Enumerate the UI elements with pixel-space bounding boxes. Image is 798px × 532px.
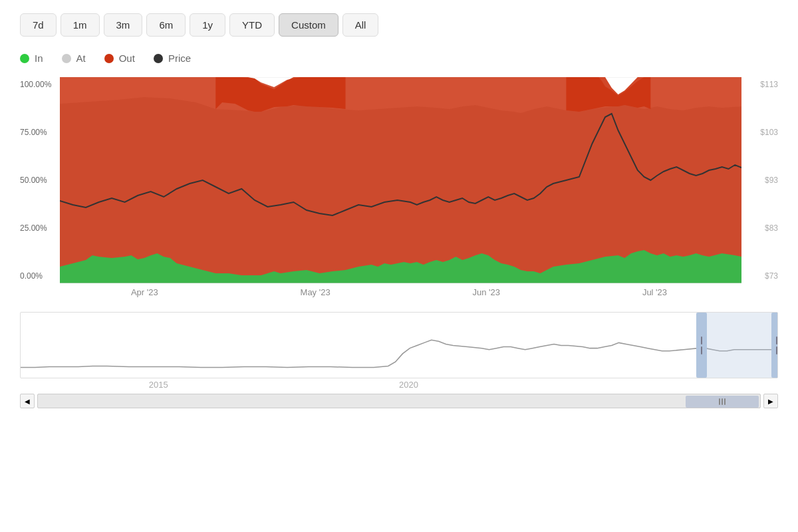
y-label-right-113: $113 [745,80,778,89]
x-label-may: May '23 [301,287,331,297]
legend-dot-at [62,54,71,63]
x-label-apr: Apr '23 [131,287,158,297]
navigator-svg [21,313,777,378]
y-label-right-103: $103 [745,128,778,137]
btn-1m[interactable]: 1m [61,13,100,37]
btn-3m[interactable]: 3m [104,13,143,37]
scroll-thumb[interactable] [686,396,759,408]
legend-dot-out [104,54,114,63]
scroll-track[interactable] [37,394,761,408]
scroll-thumb-line-3 [724,398,726,405]
nav-label-2020: 2020 [399,380,418,390]
scroll-thumb-line-2 [722,398,723,405]
navigator-chart[interactable] [20,312,778,378]
nav-label-2015: 2015 [149,380,168,390]
nav-x-axis: 2015 2020 [20,378,778,391]
btn-6m[interactable]: 6m [146,13,186,37]
legend-in: In [20,53,43,64]
main-chart-container: 0.00% 25.00% 50.00% 75.00% 100.00% [20,77,778,408]
btn-7d[interactable]: 7d [20,13,57,37]
time-range-selector: 7d 1m 3m 6m 1y YTD Custom All [20,13,778,37]
x-label-jun: Jun '23 [473,287,501,297]
scroll-left-btn[interactable]: ◀ [20,394,35,408]
y-label-50: 50.00% [20,176,56,185]
legend-price: Price [154,53,191,64]
legend-out: Out [104,53,135,64]
legend-label-price: Price [168,53,191,64]
btn-all[interactable]: All [342,13,379,37]
legend-label-in: In [35,53,43,64]
x-axis: Apr '23 May '23 Jun '23 Jul '23 [20,283,778,301]
y-label-100: 100.00% [20,80,56,89]
scroll-right-btn[interactable]: ▶ [763,394,778,408]
y-label-75: 75.00% [20,128,56,137]
y-label-right-83: $83 [745,223,778,233]
y-label-0: 0.00% [20,271,56,281]
legend-dot-price [154,54,163,63]
legend-dot-in [20,54,29,63]
main-chart-svg [60,77,741,283]
x-label-jul: Jul '23 [642,287,667,297]
legend-label-out: Out [119,53,135,64]
btn-ytd[interactable]: YTD [229,13,275,37]
legend-at: At [62,53,86,64]
navigator-scrollbar: ◀ ▶ [20,394,778,408]
scroll-thumb-line-1 [719,398,720,405]
btn-1y[interactable]: 1y [190,13,225,37]
chart-legend: In At Out Price [20,53,778,64]
btn-custom[interactable]: Custom [279,13,338,37]
y-label-right-73: $73 [745,271,778,281]
y-label-right-93: $93 [745,176,778,185]
legend-label-at: At [76,53,86,64]
y-label-25: 25.00% [20,223,56,233]
